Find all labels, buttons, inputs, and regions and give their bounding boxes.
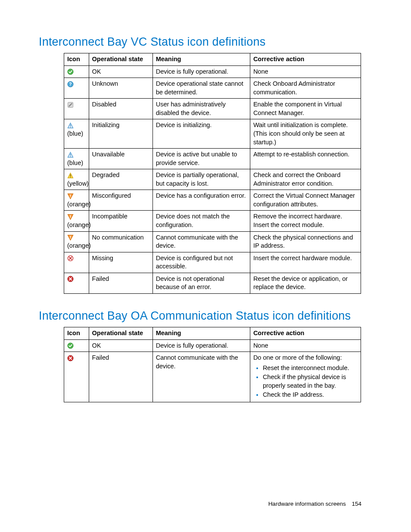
cell-action: Insert the correct hardware module. bbox=[250, 252, 361, 273]
cell-action: None bbox=[250, 339, 361, 352]
table-row: (orange)IncompatibleDevice does not matc… bbox=[64, 211, 361, 231]
cell-meaning: Device operational state cannot be deter… bbox=[153, 78, 250, 99]
icon-color-note: (blue) bbox=[67, 159, 86, 168]
cell-meaning: User has administratively disabled the d… bbox=[153, 99, 250, 119]
cell-state: No communication bbox=[89, 231, 153, 252]
action-list-item: Check if the physical device is properly… bbox=[263, 373, 358, 390]
table-row: FailedDevice is not operational because … bbox=[64, 273, 361, 293]
cell-action: Remove the incorrect hardware. Insert th… bbox=[250, 211, 361, 231]
cell-state: Incompatible bbox=[89, 211, 153, 231]
footer-page-number: 154 bbox=[352, 501, 361, 507]
cell-icon bbox=[64, 65, 89, 78]
footer-section: Hardware information screens bbox=[268, 501, 346, 507]
col-icon: Icon bbox=[64, 53, 89, 66]
cell-meaning: Device is configured but not accessible. bbox=[153, 252, 250, 273]
cell-state: Degraded bbox=[89, 169, 153, 190]
col-mean: Meaning bbox=[153, 327, 250, 339]
table-row: ?UnknownDevice operational state cannot … bbox=[64, 78, 361, 99]
cell-icon bbox=[64, 252, 89, 273]
action-list: Reset the interconnect module.Check if t… bbox=[253, 364, 358, 399]
icon-color-note: (orange) bbox=[67, 200, 86, 209]
col-state: Operational state bbox=[89, 327, 153, 339]
cell-icon: (orange) bbox=[64, 211, 89, 231]
cell-icon: (blue) bbox=[64, 119, 89, 149]
cell-state: Failed bbox=[89, 273, 153, 293]
svg-text:?: ? bbox=[69, 82, 72, 87]
warn-blue-icon bbox=[67, 150, 74, 159]
table-row: (orange)MisconfiguredDevice has a config… bbox=[64, 190, 361, 211]
table-row: OKDevice is fully operational.None bbox=[64, 339, 361, 352]
col-state: Operational state bbox=[89, 53, 153, 66]
page-footer: Hardware information screens 154 bbox=[268, 501, 361, 507]
table-row: MissingDevice is configured but not acce… bbox=[64, 252, 361, 273]
table-row: (blue)UnavailableDevice is active but un… bbox=[64, 149, 361, 169]
col-action: Corrective action bbox=[250, 327, 361, 339]
col-mean: Meaning bbox=[153, 53, 250, 66]
ok-icon bbox=[67, 68, 74, 76]
table-row: DisabledUser has administratively disabl… bbox=[64, 99, 361, 119]
icon-color-note: (yellow) bbox=[67, 180, 86, 188]
table-header-row: Icon Operational state Meaning Correctiv… bbox=[64, 53, 361, 66]
cell-action: Correct the Virtual Connect Manager conf… bbox=[250, 190, 361, 211]
heading-oa: Interconnect Bay OA Communication Status… bbox=[39, 309, 372, 323]
svg-rect-5 bbox=[70, 124, 71, 127]
cell-icon bbox=[64, 273, 89, 293]
cell-icon: (orange) bbox=[64, 231, 89, 252]
cell-state: Unknown bbox=[89, 78, 153, 99]
svg-rect-15 bbox=[70, 236, 71, 238]
cell-meaning: Device is initializing. bbox=[153, 119, 250, 149]
svg-rect-14 bbox=[70, 218, 71, 218]
svg-rect-13 bbox=[70, 215, 71, 217]
cell-state: OK bbox=[89, 339, 153, 352]
cell-state: Misconfigured bbox=[89, 190, 153, 211]
cell-state: Unavailable bbox=[89, 149, 153, 169]
cell-state: Disabled bbox=[89, 99, 153, 119]
warn-blue-icon bbox=[67, 121, 74, 130]
warn-orange-icon bbox=[67, 212, 74, 221]
vc-status-table: Icon Operational state Meaning Correctiv… bbox=[64, 53, 361, 294]
action-list-item: Check the IP address. bbox=[263, 391, 358, 399]
cell-icon: ? bbox=[64, 78, 89, 99]
cell-meaning: Device is partially operational, but cap… bbox=[153, 169, 250, 190]
cell-icon: (orange) bbox=[64, 190, 89, 211]
table-row: FailedCannot communicate with the device… bbox=[64, 352, 361, 402]
cell-state: Failed bbox=[89, 352, 153, 402]
unknown-icon: ? bbox=[67, 80, 74, 88]
cell-meaning: Cannot communicate with the device. bbox=[153, 352, 250, 402]
cell-meaning: Device does not match the configuration. bbox=[153, 211, 250, 231]
col-icon: Icon bbox=[64, 327, 89, 339]
cell-action: Wait until initialization is complete. (… bbox=[250, 119, 361, 149]
cell-action: None bbox=[250, 65, 361, 78]
warn-orange-icon bbox=[67, 192, 74, 200]
cell-action: Reset the device or application, or repl… bbox=[250, 273, 361, 293]
cell-meaning: Device is fully operational. bbox=[153, 339, 250, 352]
failed-icon bbox=[67, 275, 74, 283]
svg-rect-6 bbox=[70, 127, 71, 128]
cell-action: Attempt to re-establish connection. bbox=[250, 149, 361, 169]
table-header-row: Icon Operational state Meaning Correctiv… bbox=[64, 327, 361, 339]
cell-state: OK bbox=[89, 65, 153, 78]
cell-action: Do one or more of the following:Reset th… bbox=[250, 352, 361, 402]
cell-action: Enable the component in Virtual Connect … bbox=[250, 99, 361, 119]
svg-rect-16 bbox=[70, 238, 71, 239]
cell-icon bbox=[64, 339, 89, 352]
svg-rect-9 bbox=[70, 174, 71, 177]
svg-rect-7 bbox=[70, 153, 71, 156]
table-row: OKDevice is fully operational.None bbox=[64, 65, 361, 78]
cell-meaning: Device is fully operational. bbox=[153, 65, 250, 78]
oa-status-table: Icon Operational state Meaning Correctiv… bbox=[64, 327, 361, 402]
svg-rect-12 bbox=[70, 197, 71, 198]
missing-icon bbox=[67, 254, 74, 263]
cell-action: Check and correct the Onboard Administra… bbox=[250, 169, 361, 190]
icon-color-note: (orange) bbox=[67, 221, 86, 230]
disabled-icon bbox=[67, 100, 74, 109]
cell-action: Check the physical connections and IP ad… bbox=[250, 231, 361, 252]
cell-meaning: Device is not operational because of an … bbox=[153, 273, 250, 293]
action-list-item: Reset the interconnect module. bbox=[263, 364, 358, 373]
icon-color-note: (blue) bbox=[67, 130, 86, 138]
ok-icon bbox=[67, 342, 74, 350]
heading-vc: Interconnect Bay VC Status icon definiti… bbox=[39, 35, 372, 49]
svg-rect-8 bbox=[70, 156, 71, 157]
svg-rect-10 bbox=[70, 177, 71, 177]
table-row: (orange)No communicationCannot communica… bbox=[64, 231, 361, 252]
